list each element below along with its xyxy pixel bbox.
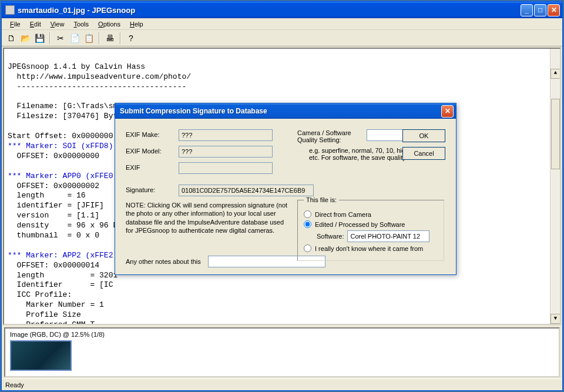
close-button[interactable]: ✕ [548,4,560,16]
line: http://www.impulseadventure.com/photo/ [8,72,191,81]
minimize-button[interactable]: _ [521,4,533,16]
radio-unknown-label: I really don't know where it came from [315,245,423,252]
toolbar-separator [99,32,100,44]
line: Filesize: [370476] Byt [8,112,118,120]
cut-icon[interactable]: ✂ [55,32,66,44]
statusbar: Ready [2,378,562,390]
line: ICC Profile: [8,290,72,299]
line: Identifier = [IC [8,280,113,289]
menu-help[interactable]: Help [125,19,148,29]
quality-label-1: Camera / Software [297,129,362,136]
radio-direct-camera-label: Direct from Camera [315,211,371,218]
line: ------------------------------------- [8,82,186,91]
line: length = 16 [8,191,86,200]
cancel-button[interactable]: Cancel [402,147,445,160]
signature-input[interactable] [179,185,314,196]
line: Profile Size [8,310,81,319]
notes-label: Any other notes about this [126,258,201,265]
menu-file[interactable]: File [5,19,25,29]
line: length = 3201 [8,271,118,280]
print-icon[interactable]: 🖶 [104,32,116,44]
line: version = [1.1] [8,211,99,220]
new-icon[interactable]: 🗋 [5,32,17,44]
menu-tools[interactable]: Tools [69,19,93,29]
toolbar-separator [120,32,121,44]
line: *** Marker: SOI (xFFD8) [8,142,113,150]
line: Marker Number = 1 [8,300,104,309]
line: Start Offset: 0x0000000 [8,132,113,140]
exif-model-input[interactable] [179,146,273,158]
line: thumbnail = 0 x 0 [8,231,99,240]
exif-make-input[interactable] [179,129,273,141]
radio-edited-software-label: Edited / Processed by Software [315,221,405,228]
menu-options[interactable]: Options [93,19,125,29]
line: *** Marker: APP0 (xFFE0) [8,172,118,180]
submit-signature-dialog: Submit Compression Signature to Database… [115,103,456,275]
scroll-thumb[interactable] [551,99,560,169]
note-text: NOTE: Clicking OK will send compression … [126,201,290,234]
radio-edited-software[interactable] [304,220,311,228]
exif-input[interactable] [179,162,273,174]
image-preview-pane: Image (RGB, DC) @ 12.5% (1/8) [4,327,560,377]
toolbar-separator [49,32,51,44]
status-text: Ready [5,381,24,388]
scroll-down-icon[interactable]: ▼ [550,314,560,324]
dialog-close-button[interactable]: ✕ [441,105,454,118]
line: OFFSET: 0x00000014 [8,261,99,270]
dialog-titlebar: Submit Compression Signature to Database… [115,103,456,119]
copy-icon[interactable]: 📄 [69,32,80,44]
radio-unknown[interactable] [304,244,311,252]
line: Preferred CMM T [8,320,95,325]
help-icon[interactable]: ? [125,32,137,44]
window-title: smartaudio_01.jpg - JPEGsnoop [18,6,521,15]
file-origin-fieldset: This file is: Direct from Camera Edited … [297,196,444,261]
quality-label-2: Quality Setting: [297,136,362,143]
line: OFFSET: 0x00000000 [8,152,99,160]
signature-label: Signature: [126,185,179,193]
exif-label: EXIF [126,162,179,171]
menu-view[interactable]: View [46,19,69,29]
software-label: Software: [317,233,344,240]
menubar: File Edit View Tools Options Help [2,18,562,30]
line: *** Marker: APP2 (xFFE2) [8,251,118,260]
open-icon[interactable]: 📂 [19,32,31,44]
app-icon [5,5,15,15]
software-input[interactable] [347,230,429,242]
line: density = 96 x 96 D [8,221,118,230]
preview-caption: Image (RGB, DC) @ 12.5% (1/8) [10,331,554,338]
line: OFFSET: 0x00000002 [8,182,99,190]
toolbar: 🗋 📂 💾 ✂ 📄 📋 🖶 ? [2,30,562,46]
maximize-button[interactable]: □ [534,4,546,16]
exif-make-label: EXIF Make: [126,129,179,138]
line: identifier = [JFIF] [8,201,104,210]
save-icon[interactable]: 💾 [33,32,45,44]
scroll-up-icon[interactable]: ▲ [550,69,560,79]
ok-button[interactable]: OK [402,129,445,142]
image-thumbnail[interactable] [10,340,72,371]
dialog-title: Submit Compression Signature to Database [120,107,441,115]
fieldset-legend: This file is: [304,196,339,203]
exif-model-label: EXIF Model: [126,146,179,155]
radio-direct-camera[interactable] [304,210,311,218]
paste-icon[interactable]: 📋 [83,32,95,44]
main-titlebar: smartaudio_01.jpg - JPEGsnoop _ □ ✕ [2,2,562,18]
menu-edit[interactable]: Edit [25,19,46,29]
vertical-scrollbar[interactable]: ▲ ▼ [550,49,560,324]
line: JPEGsnoop 1.4.1 by Calvin Hass [8,62,145,71]
